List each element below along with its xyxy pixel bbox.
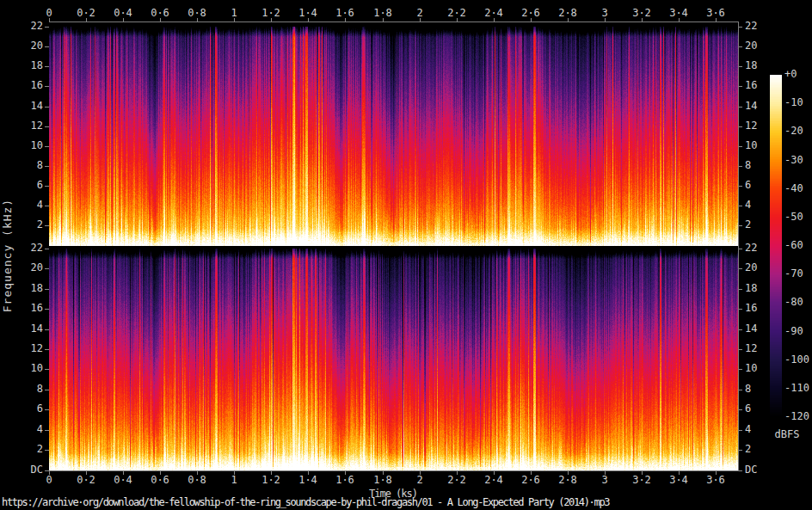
y-tick-label-left: 18 [10, 60, 43, 71]
spectrogram-channel-2 [49, 249, 738, 470]
y-tick-label-left: 20 [10, 262, 43, 273]
y-tick-label-right: 4 [745, 424, 751, 435]
y-tick-label-right: 10 [745, 140, 757, 151]
y-tick-label-right: 20 [745, 262, 757, 273]
y-tick-mark-left [45, 349, 49, 350]
y-tick-label-left: 16 [10, 303, 43, 314]
y-tick-mark-left [45, 430, 49, 431]
y-tick-label-right: 14 [745, 101, 757, 112]
y-tick-label-right: 12 [745, 120, 757, 132]
y-tick-label-right: 16 [745, 303, 757, 314]
x-tick-label-bottom: 3·2 [623, 475, 661, 486]
y-tick-label-right: 4 [745, 200, 751, 211]
x-tick-label-top: 0 [30, 8, 68, 19]
y-tick-label-left: 10 [10, 363, 43, 374]
x-tick-label-bottom: 0·6 [141, 475, 179, 486]
x-tick-label-top: 1·4 [289, 8, 327, 19]
y-tick-label-right: 12 [745, 343, 757, 354]
y-tick-label-left: 22 [10, 21, 43, 32]
y-tick-mark-left [45, 409, 49, 410]
x-tick-label-top: 1·8 [364, 8, 402, 19]
x-tick-label-top: 2·8 [549, 8, 587, 19]
frequency-axis-title: Frequency (kHz) [1, 199, 14, 312]
colorbar-unit-label: dBFS [768, 428, 806, 440]
spectrogram-figure: Frequency (kHz) dBFS 000·20·20·40·40·60·… [0, 0, 812, 510]
y-tick-label-left: 14 [10, 101, 43, 112]
colorbar-gradient [770, 75, 782, 417]
y-tick-mark-right [739, 166, 742, 167]
y-tick-mark-right [739, 225, 742, 226]
y-tick-mark-right [739, 126, 742, 127]
footer-comment: https://archive·org/download/the-fellows… [2, 496, 609, 508]
colorbar-tick-label: -90 [784, 326, 803, 337]
x-tick-label-top: 3 [586, 8, 624, 19]
y-tick-mark-left [45, 309, 49, 310]
y-tick-label-left: 6 [10, 403, 43, 415]
y-tick-mark-right [739, 107, 742, 108]
colorbar-tick-label: -20 [784, 126, 803, 137]
x-tick-label-bottom: 3·6 [697, 475, 735, 486]
y-tick-label-right: 10 [745, 363, 757, 374]
y-tick-label-left: 16 [10, 80, 43, 91]
y-tick-mark-right [739, 146, 742, 147]
y-tick-mark-left [45, 66, 49, 67]
y-tick-label-left: 8 [10, 160, 43, 171]
y-tick-label-right: 8 [745, 384, 751, 395]
y-tick-mark-right [739, 390, 742, 390]
x-tick-label-bottom: 1 [215, 475, 253, 486]
y-tick-mark-left [45, 450, 49, 451]
y-tick-label-right: 20 [745, 40, 757, 52]
x-tick-label-bottom: 2 [401, 475, 439, 486]
y-tick-label-left: 20 [10, 40, 43, 52]
y-tick-mark-right [739, 289, 742, 290]
y-tick-label-right: DC [745, 464, 757, 476]
x-tick-label-top: 2 [401, 8, 439, 19]
x-tick-label-bottom: 2·4 [475, 475, 513, 486]
y-tick-mark-right [739, 470, 742, 471]
y-tick-label-left: 2 [10, 219, 43, 230]
y-tick-mark-left [45, 46, 49, 47]
y-tick-mark-right [739, 249, 742, 249]
y-tick-label-left: 14 [10, 323, 43, 335]
x-tick-label-bottom: 2·2 [438, 475, 476, 486]
y-tick-label-right: 14 [745, 323, 757, 335]
y-tick-mark-right [739, 369, 742, 370]
x-tick-label-bottom: 3·4 [660, 475, 698, 486]
colorbar-tick-label: +0 [784, 69, 797, 80]
y-tick-mark-left [45, 86, 49, 87]
colorbar-tick-label: -70 [784, 268, 803, 280]
y-tick-mark-left [45, 268, 49, 269]
colorbar-tick-label: -50 [784, 212, 803, 223]
x-tick-label-top: 0·6 [141, 8, 179, 19]
colorbar-tick-label: -80 [784, 297, 803, 308]
x-tick-label-bottom: 3 [586, 475, 624, 486]
colorbar-tick-label: -30 [784, 155, 803, 166]
y-tick-mark-right [739, 450, 742, 451]
y-tick-label-left: 12 [10, 343, 43, 354]
y-tick-label-right: 22 [745, 21, 757, 32]
y-tick-mark-left [45, 166, 49, 167]
x-tick-label-top: 3·6 [697, 8, 735, 19]
y-tick-mark-right [739, 46, 742, 47]
y-tick-mark-right [739, 430, 742, 431]
y-tick-mark-right [739, 349, 742, 350]
y-tick-mark-left [45, 146, 49, 147]
y-tick-mark-right [739, 66, 742, 67]
y-tick-label-right: 8 [745, 160, 751, 171]
x-tick-label-bottom: 2·8 [549, 475, 587, 486]
y-tick-mark-right [739, 206, 742, 206]
y-tick-label-left: 4 [10, 424, 43, 435]
x-tick-label-top: 2·6 [512, 8, 550, 19]
x-tick-label-top: 3·4 [660, 8, 698, 19]
y-tick-mark-left [45, 225, 49, 226]
y-tick-mark-left [45, 27, 49, 28]
x-tick-label-bottom: 2·6 [512, 475, 550, 486]
spectrogram-channel-1 [49, 27, 738, 246]
y-tick-mark-left [45, 390, 49, 390]
top-axis-line [49, 22, 739, 22]
y-tick-mark-left [45, 470, 49, 471]
bottom-axis-line [49, 470, 739, 471]
y-tick-mark-right [739, 329, 742, 330]
x-tick-label-top: 1 [215, 8, 253, 19]
y-tick-label-left: 2 [10, 444, 43, 455]
